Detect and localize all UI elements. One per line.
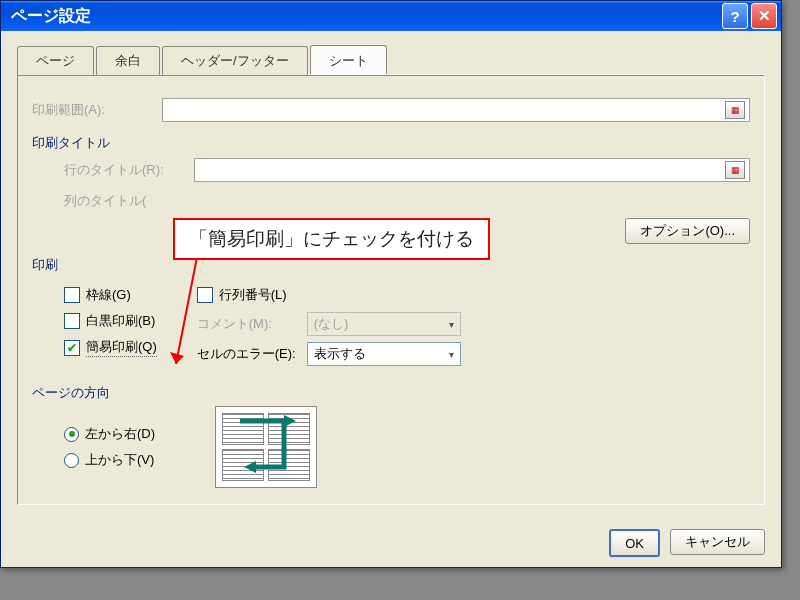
col-title-label: 列のタイトル(: [64, 188, 194, 210]
checkbox-icon: [64, 313, 80, 329]
radio-label: 左から右(D): [85, 425, 155, 443]
section-print-titles: 印刷タイトル: [32, 134, 750, 152]
range-picker-icon[interactable]: ▦: [725, 101, 745, 119]
sheet-panel: 印刷範囲(A): ▦ 印刷タイトル 行のタイトル(R): ▦ 列のタイトル(: [17, 75, 765, 505]
error-label: セルのエラー(E):: [197, 345, 307, 363]
chevron-down-icon: ▾: [449, 319, 454, 330]
dialog-title: ページ設定: [11, 6, 91, 27]
tab-page[interactable]: ページ: [17, 46, 94, 75]
radio-ltr[interactable]: 左から右(D): [64, 425, 155, 443]
section-page-order: ページの方向: [32, 384, 750, 402]
checkbox-icon: [197, 287, 213, 303]
row-title-label: 行のタイトル(R):: [64, 161, 194, 179]
checkbox-icon: ✔: [64, 340, 80, 356]
checkbox-label: 白黒印刷(B): [86, 312, 155, 330]
radio-icon: [64, 453, 79, 468]
radio-icon: [64, 427, 79, 442]
annotation-callout: 「簡易印刷」にチェックを付ける: [173, 218, 490, 260]
checkbox-rowcol[interactable]: 行列番号(L): [197, 286, 461, 304]
error-select[interactable]: 表示する ▾: [307, 342, 461, 366]
ok-button[interactable]: OK: [609, 529, 660, 557]
checkbox-gridlines[interactable]: 枠線(G): [64, 286, 157, 304]
radio-ttb[interactable]: 上から下(V): [64, 451, 155, 469]
checkbox-icon: [64, 287, 80, 303]
print-range-label: 印刷範囲(A):: [32, 101, 162, 119]
page-order-preview: [215, 406, 317, 488]
select-value: 表示する: [314, 345, 366, 363]
tab-headerfooter[interactable]: ヘッダー/フッター: [162, 46, 308, 75]
close-button[interactable]: ✕: [751, 3, 777, 29]
tab-sheet[interactable]: シート: [310, 45, 387, 74]
tab-margins[interactable]: 余白: [96, 46, 160, 75]
chevron-down-icon: ▾: [449, 349, 454, 360]
row-title-input[interactable]: ▦: [194, 158, 750, 182]
options-button[interactable]: オプション(O)...: [625, 218, 750, 244]
comment-select: (なし) ▾: [307, 312, 461, 336]
dialog-footer: OK キャンセル: [1, 519, 781, 567]
checkbox-label: 簡易印刷(Q): [86, 338, 157, 357]
checkbox-label: 枠線(G): [86, 286, 131, 304]
select-value: (なし): [314, 315, 349, 333]
page-setup-dialog: ページ設定 ? ✕ ページ 余白 ヘッダー/フッター シート 印刷範囲(A): …: [0, 0, 782, 568]
radio-label: 上から下(V): [85, 451, 154, 469]
range-picker-icon[interactable]: ▦: [725, 161, 745, 179]
cancel-button[interactable]: キャンセル: [670, 529, 765, 555]
checkbox-label: 行列番号(L): [219, 286, 287, 304]
titlebar[interactable]: ページ設定 ? ✕: [1, 1, 781, 31]
comment-label: コメント(M):: [197, 315, 307, 333]
tab-strip: ページ 余白 ヘッダー/フッター シート: [17, 45, 765, 75]
print-range-input[interactable]: ▦: [162, 98, 750, 122]
help-button[interactable]: ?: [722, 3, 748, 29]
checkbox-bw[interactable]: 白黒印刷(B): [64, 312, 157, 330]
checkbox-draft[interactable]: ✔ 簡易印刷(Q): [64, 338, 157, 357]
